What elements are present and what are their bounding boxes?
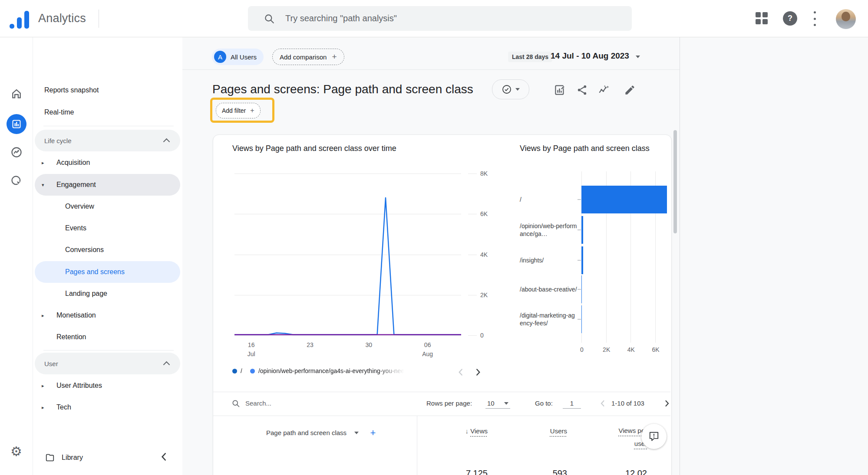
explore-nav-icon[interactable]: [0, 146, 33, 158]
add-comparison-button[interactable]: Add comparison +: [272, 49, 344, 65]
rows-caret-icon: [504, 402, 508, 405]
sidebar-item-label: Reports snapshot: [44, 86, 99, 94]
goto-label: Go to:: [535, 400, 553, 407]
line-chart-y-tick-label: 2K: [480, 292, 488, 298]
sidebar-item-reports-snapshot[interactable]: Reports snapshot: [35, 79, 180, 101]
segment-avatar: A: [214, 51, 226, 63]
advertising-nav-icon[interactable]: [0, 175, 33, 187]
sidebar-item-user[interactable]: User: [35, 353, 180, 374]
sidebar-item-retention[interactable]: Retention: [35, 326, 180, 348]
admin-gear-icon[interactable]: ⚙: [0, 444, 33, 459]
date-range-picker[interactable]: 14 Jul - 10 Aug 2023: [551, 51, 629, 61]
sidebar-item-label: Engagement: [56, 181, 96, 189]
sidebar-item-pages-and-screens[interactable]: Pages and screens: [35, 261, 180, 283]
prev-page-icon[interactable]: [597, 398, 608, 409]
table-header-divider: [213, 416, 670, 416]
pill-caret-icon: [515, 88, 520, 91]
legend-prev-icon[interactable]: [455, 367, 466, 378]
add-filter-label: Add filter: [222, 107, 246, 114]
global-search-input[interactable]: Try searching "path analysis": [248, 6, 632, 31]
line-chart-y-tick-label: 6K: [480, 210, 488, 217]
dimension-caret-icon: [354, 432, 359, 434]
table-search-input[interactable]: Search...: [245, 400, 271, 407]
legend-item[interactable]: /opinion/web-performance/ga4s-ai-everyth…: [250, 367, 404, 374]
sidebar-item-user-attributes[interactable]: ▸User Attributes: [35, 375, 180, 396]
bar-axis-tick: [578, 229, 581, 230]
plus-icon: +: [332, 52, 337, 62]
table-search-icon: [231, 399, 240, 408]
sidebar-item-label: Retention: [56, 333, 86, 341]
sidebar-item-label: Conversions: [65, 246, 104, 254]
rows-per-page-select[interactable]: 10: [485, 400, 510, 409]
sidebar-item-label: User Attributes: [56, 382, 102, 390]
reports-nav-icon[interactable]: [0, 114, 33, 134]
bar-category-label: /insights/: [520, 256, 577, 264]
next-page-icon[interactable]: [662, 398, 672, 409]
sidebar-item-label: Pages and screens: [65, 268, 125, 276]
rows-per-page-label: Rows per page:: [426, 400, 472, 407]
sidebar-item-conversions[interactable]: Conversions: [35, 239, 180, 261]
line-chart-gridline: [234, 335, 461, 336]
page-title: Pages and screens: Page path and screen …: [212, 82, 473, 96]
line-chart-gridline-right: [468, 214, 477, 214]
users-column-header[interactable]: Users: [550, 427, 567, 435]
bar-axis-tick: [578, 199, 581, 200]
users-header-label: Users: [550, 427, 567, 435]
line-chart-x-tick-label: 16Jul: [248, 341, 255, 359]
dimension-column-header[interactable]: Page path and screen class +: [266, 427, 376, 439]
insights-icon[interactable]: [598, 84, 610, 96]
sidebar-item-acquisition[interactable]: ▸Acquisition: [35, 152, 180, 174]
chevron-up-icon[interactable]: [163, 138, 170, 145]
sidebar-item-landing-page[interactable]: Landing page: [35, 283, 180, 305]
column-divider: [417, 416, 417, 475]
bar-value: [581, 186, 667, 213]
legend-dot-icon: [232, 369, 237, 373]
header-divider: [182, 69, 680, 70]
sidebar-item-real-time[interactable]: Real-time: [35, 102, 180, 123]
folder-icon: [45, 453, 55, 462]
sidebar-item-overview[interactable]: Overview: [35, 196, 180, 217]
segment-chip-all-users[interactable]: A All Users: [212, 49, 264, 65]
bar-category-label: /: [520, 196, 577, 203]
legend-item[interactable]: /: [232, 367, 242, 374]
apps-grid-icon[interactable]: [756, 12, 768, 24]
user-avatar[interactable]: [836, 9, 856, 29]
sidebar-item-library[interactable]: Library: [35, 447, 180, 468]
add-filter-button[interactable]: Add filter +: [216, 103, 261, 118]
help-icon[interactable]: ?: [783, 11, 797, 26]
date-preset-badge: Last 28 days: [508, 52, 552, 62]
bar-chart-x-tick-label: 2K: [601, 346, 612, 353]
line-chart-x-tick-label: 30: [366, 341, 373, 350]
sidebar-item-events[interactable]: Events: [35, 217, 180, 239]
more-options-icon[interactable]: [814, 11, 816, 26]
sidebar-item-engagement[interactable]: ▾Engagement: [35, 174, 180, 196]
sidebar-item-label: Library: [62, 454, 83, 462]
analytics-logo-icon[interactable]: [10, 10, 32, 29]
vertical-scrollbar[interactable]: [673, 130, 677, 233]
sidebar-item-monetisation[interactable]: ▸Monetisation: [35, 305, 180, 326]
legend-next-icon[interactable]: [472, 367, 484, 378]
line-chart-plot: [234, 171, 461, 335]
bar-chart-x-tick-label: 6K: [650, 346, 661, 353]
bar-category-label: /digital-marketing-agency-fees/: [520, 311, 577, 327]
line-chart-gridline-right: [468, 335, 477, 336]
report-validity-pill[interactable]: [492, 79, 529, 99]
feedback-button[interactable]: [641, 424, 667, 449]
share-icon[interactable]: [576, 84, 588, 96]
dimension-header-label: Page path and screen class: [266, 429, 347, 436]
chevron-up-icon[interactable]: [163, 361, 170, 368]
line-chart-y-tick-label: 8K: [480, 170, 488, 177]
bar-value: [581, 305, 582, 333]
add-dimension-icon[interactable]: +: [370, 427, 376, 438]
icon-rail: ⚙: [0, 37, 33, 475]
edit-pencil-icon[interactable]: [624, 84, 636, 96]
goto-input[interactable]: 1: [563, 400, 581, 409]
sidebar-item-life-cycle[interactable]: Life cycle: [35, 130, 180, 151]
sidebar-item-label: Tech: [56, 403, 71, 411]
customize-report-icon[interactable]: [554, 84, 566, 96]
home-icon[interactable]: [0, 88, 33, 100]
views-column-header[interactable]: ↓ Views: [465, 427, 488, 435]
check-circle-icon: [502, 84, 512, 95]
sidebar-item-tech[interactable]: ▸Tech: [35, 396, 180, 418]
total-users: 593: [553, 468, 567, 475]
